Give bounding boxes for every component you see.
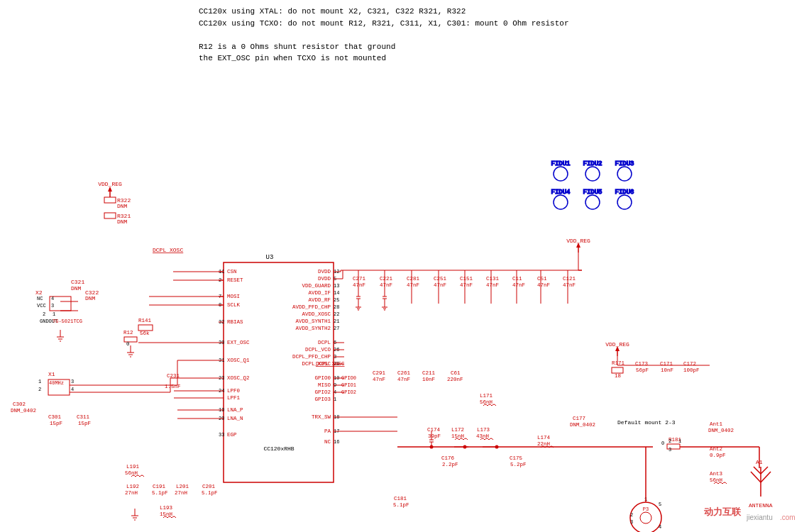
svg-text:RESET: RESET [227,277,243,283]
svg-text:C175: C175 [510,455,523,461]
svg-text:LNA_N: LNA_N [227,416,243,421]
svg-text:DCPL: DCPL [318,340,331,345]
note5: the EXT_OSC pin when TCXO is not mounted [199,52,569,65]
svg-text:15pF: 15pF [78,421,91,426]
svg-text:5: 5 [659,501,661,507]
note2: CC120x using TCXO: do not mount R12, R32… [199,18,569,30]
svg-text:220nF: 220nF [447,377,463,382]
svg-text:56pF: 56pF [636,367,649,373]
svg-text:L201: L201 [176,484,189,489]
svg-text:C271: C271 [353,276,366,282]
svg-text:15pF: 15pF [50,421,62,426]
svg-text:4: 4 [71,387,74,392]
svg-text:C176: C176 [441,455,455,461]
svg-text:2.2pF: 2.2pF [442,462,458,467]
svg-text:DNM_0402: DNM_0402 [708,428,734,433]
svg-text:RBIAS: RBIAS [227,319,243,325]
svg-text:C181: C181 [394,496,407,501]
svg-text:C281: C281 [407,276,420,282]
svg-text:47nF: 47nF [486,282,499,288]
svg-text:C172: C172 [683,361,696,367]
svg-point-318 [495,445,499,449]
svg-text:C221: C221 [380,276,393,282]
svg-text:L192: L192 [126,484,139,489]
schematic-svg: FIDU1 FIDU2 FIDU3 FIDU4 FIDU5 FIDU6 VDD_… [0,71,809,532]
svg-text:C61: C61 [451,370,461,376]
schematic-area: FIDU1 FIDU2 FIDU3 FIDU4 FIDU5 FIDU6 VDD_… [0,71,809,532]
svg-text:FIDU1: FIDU1 [551,160,570,167]
svg-text:16: 16 [334,439,339,445]
svg-text:47nF: 47nF [397,377,410,382]
svg-text:Ant1: Ant1 [710,421,723,427]
svg-text:4: 4 [51,296,54,301]
svg-text:X1: X1 [48,371,55,377]
svg-text:动力互联: 动力互联 [704,506,742,517]
svg-text:22: 22 [334,311,339,317]
svg-text:C51: C51 [537,276,547,282]
svg-text:1.5nF: 1.5nF [165,384,181,389]
svg-text:0: 0 [126,341,130,347]
svg-text:C191: C191 [153,484,166,489]
svg-text:Default mount 2-3: Default mount 2-3 [617,419,676,426]
svg-text:0: 0 [661,440,664,446]
svg-text:TRX_SW: TRX_SW [312,414,331,420]
svg-point-316 [430,445,434,449]
svg-text:AVDD_SYNTH2: AVDD_SYNTH2 [295,326,331,331]
svg-text:FIDU4: FIDU4 [551,189,570,196]
svg-text:X2: X2 [35,289,43,296]
svg-text:CSN: CSN [227,269,237,275]
svg-text:2: 2 [43,311,45,317]
svg-rect-111 [138,325,153,331]
svg-text:C173: C173 [635,361,649,367]
note1: CC120x using XTAL: do not mount X2, C321… [199,6,569,18]
svg-text:C261: C261 [397,370,411,376]
svg-text:VCC: VCC [37,303,46,309]
svg-text:1: 1 [53,311,55,317]
svg-text:47nF: 47nF [373,377,385,382]
svg-text:0.9pF: 0.9pF [710,453,726,458]
svg-text:GPIO3: GPIO3 [314,397,331,402]
svg-text:C131: C131 [486,276,500,282]
svg-text:2: 2 [38,387,41,392]
svg-text:GPIO0: GPIO0 [314,375,331,381]
svg-text:VDD_REG: VDD_REG [98,181,122,187]
svg-text:DNM: DNM [85,295,96,301]
svg-text:56k: 56k [140,331,150,336]
header-notes: CC120x using XTAL: do not mount X2, C321… [199,6,569,65]
svg-text:47nF: 47nF [460,282,473,288]
svg-text:C201: C201 [202,484,216,489]
svg-text:C302: C302 [13,401,26,407]
note4: R12 is a 0 Ohms shunt resistor that grou… [199,41,569,53]
svg-text:FIDU6: FIDU6 [615,189,634,196]
svg-text:LNA_P: LNA_P [227,407,243,413]
svg-text:FIDU3: FIDU3 [615,160,634,167]
svg-text:XOSC_Q2: XOSC_Q2 [227,375,250,381]
svg-text:L173: L173 [477,427,490,433]
svg-text:40MHz: 40MHz [49,380,64,386]
svg-text:5.1pF: 5.1pF [393,502,409,508]
svg-text:56nH: 56nH [125,470,138,476]
svg-text:jiexiantu: jiexiantu [747,514,773,521]
svg-text:GPIO2: GPIO2 [314,389,331,395]
svg-text:C151: C151 [460,276,473,282]
svg-text:XOSC_Q1: XOSC_Q1 [227,358,250,363]
svg-text:C251: C251 [434,276,447,282]
svg-text:18: 18 [615,373,621,379]
svg-text:AVDD_IF: AVDD_IF [308,290,331,296]
svg-text:VDD_GUARD: VDD_GUARD [302,283,331,289]
svg-text:5.1pF: 5.1pF [202,490,218,496]
svg-text:27nH: 27nH [175,490,187,496]
svg-text:21: 21 [334,318,339,324]
svg-point-317 [463,445,467,449]
svg-text:DCPL XOSC: DCPL XOSC [153,247,183,253]
svg-text:5.2pF: 5.2pF [510,462,527,467]
svg-text:R141: R141 [138,318,152,323]
svg-text:13: 13 [334,283,339,289]
svg-text:L171: L171 [480,393,493,399]
svg-text:EXT_OSC: EXT_OSC [227,340,250,345]
svg-rect-193 [612,367,623,373]
svg-text:3: 3 [668,447,671,453]
svg-text:MOSI: MOSI [227,294,240,299]
note3 [199,29,569,41]
svg-text:L193: L193 [160,505,173,511]
